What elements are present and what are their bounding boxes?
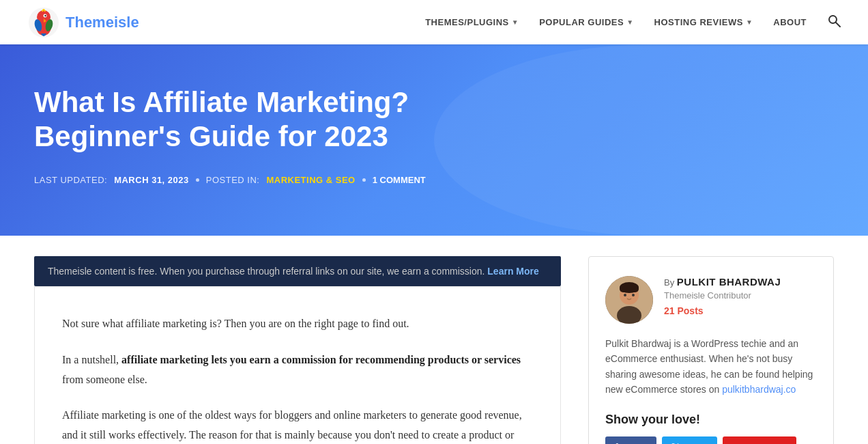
comment-count: 1 COMMENT: [373, 175, 426, 185]
chevron-down-icon: ▼: [512, 18, 519, 26]
category-link[interactable]: MARKETING & SEO: [266, 175, 355, 185]
youtube-icon: ▶: [732, 442, 740, 444]
author-bio: Pulkit Bhardwaj is a WordPress techie an…: [605, 336, 817, 398]
svg-point-14: [624, 294, 626, 296]
logo[interactable]: Themeisle: [27, 6, 139, 39]
article-bold-text: affiliate marketing lets you earn a comm…: [121, 354, 521, 365]
author-website-link[interactable]: pulkitbhardwaj.co: [722, 384, 796, 395]
svg-line-8: [836, 23, 840, 27]
facebook-share-button[interactable]: f Share: [605, 436, 656, 444]
article-body: Not sure what affiliate marketing is? Th…: [34, 286, 561, 444]
chevron-down-icon: ▼: [746, 18, 753, 26]
hero-section: What Is Affiliate Marketing? Beginner's …: [0, 44, 868, 236]
article-paragraph-3: Affiliate marketing is one of the oldest…: [62, 406, 533, 444]
twitter-tweet-button[interactable]: 𝕏 Tweet: [662, 436, 717, 444]
search-button[interactable]: [827, 14, 841, 31]
author-card: By PULKIT BHARDWAJ Themeisle Contributor…: [588, 256, 834, 444]
meta-separator-1: [196, 178, 199, 182]
youtube-subscribe-button[interactable]: ▶ Subscribe: [723, 436, 796, 444]
twitter-icon: 𝕏: [671, 442, 679, 444]
author-header: By PULKIT BHARDWAJ Themeisle Contributor…: [605, 276, 817, 324]
author-posts-link[interactable]: 21 Posts: [664, 305, 704, 316]
author-info: By PULKIT BHARDWAJ Themeisle Contributor…: [664, 276, 817, 317]
svg-rect-12: [620, 286, 639, 292]
posted-in-label: POSTED IN:: [206, 175, 260, 185]
author-name: PULKIT BHARDWAJ: [677, 276, 781, 288]
content-area: Themeisle content is free. When you purc…: [34, 236, 588, 444]
last-updated-label: LAST UPDATED:: [34, 175, 107, 185]
social-buttons: f Share 𝕏 Tweet ▶ Subscribe: [605, 436, 817, 444]
nav-item-popular-guides[interactable]: POPULAR GUIDES ▼: [539, 17, 633, 27]
show-love-heading: Show your love!: [605, 413, 817, 427]
learn-more-link[interactable]: Learn More: [487, 266, 538, 277]
nav-item-hosting-reviews[interactable]: HOSTING REVIEWS ▼: [654, 17, 753, 27]
meta-separator-2: [362, 178, 366, 182]
search-icon: [827, 14, 841, 27]
article-paragraph-1: Not sure what affiliate marketing is? Th…: [62, 314, 533, 334]
author-avatar: [605, 276, 653, 324]
article-title: What Is Affiliate Marketing? Beginner's …: [34, 85, 478, 154]
logo-text: Themeisle: [66, 14, 139, 31]
nav-item-about[interactable]: ABOUT: [773, 17, 807, 27]
avatar-image: [605, 276, 653, 324]
navbar: Themeisle THEMES/PLUGINS ▼ POPULAR GUIDE…: [0, 0, 868, 44]
article-paragraph-2: In a nutshell, affiliate marketing lets …: [62, 350, 533, 390]
nav-item-themes-plugins[interactable]: THEMES/PLUGINS ▼: [425, 17, 519, 27]
svg-point-15: [632, 294, 635, 296]
sidebar: By PULKIT BHARDWAJ Themeisle Contributor…: [588, 236, 834, 444]
author-by: By PULKIT BHARDWAJ: [664, 276, 817, 288]
main-layout: Themeisle content is free. When you purc…: [0, 236, 868, 444]
author-role: Themeisle Contributor: [664, 290, 817, 301]
last-updated-value: MARCH 31, 2023: [114, 175, 189, 185]
chevron-down-icon: ▼: [626, 18, 633, 26]
logo-icon: [27, 6, 60, 39]
article-meta: LAST UPDATED: MARCH 31, 2023 POSTED IN: …: [34, 175, 834, 185]
svg-point-4: [44, 14, 46, 16]
facebook-icon: f: [615, 442, 618, 444]
nav-menu: THEMES/PLUGINS ▼ POPULAR GUIDES ▼ HOSTIN…: [425, 14, 841, 31]
disclaimer-bar: Themeisle content is free. When you purc…: [34, 256, 561, 286]
